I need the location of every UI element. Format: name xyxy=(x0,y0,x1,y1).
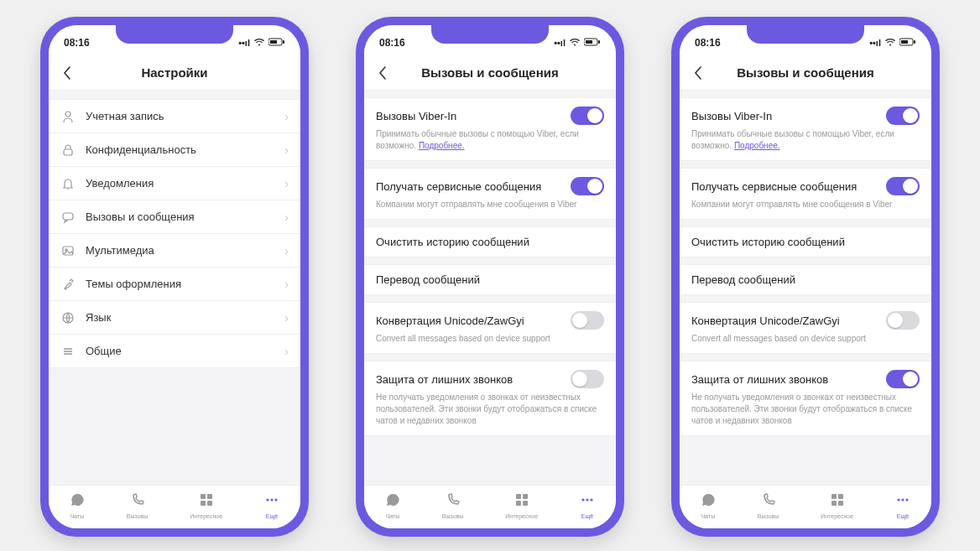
tab-calls[interactable]: Вызовы xyxy=(758,492,779,519)
tab-discover[interactable]: Интересное xyxy=(505,492,538,519)
svg-rect-2 xyxy=(270,40,277,44)
settings-row-image[interactable]: Мультимедиа › xyxy=(49,234,300,268)
service-msgs-desc: Компании могут отправлять мне сообщения … xyxy=(376,199,604,211)
settings-row-label: Конфиденциальность xyxy=(86,143,274,156)
tab-label: Чаты xyxy=(701,513,716,519)
settings-row-globe[interactable]: Язык › xyxy=(49,301,300,335)
calls-icon xyxy=(130,492,145,512)
zawgyi-desc: Convert all messages based on device sup… xyxy=(376,333,604,345)
page-title: Настройки xyxy=(49,65,300,80)
wifi-icon xyxy=(569,38,581,48)
settings-row-chat[interactable]: Вызовы и сообщения › xyxy=(49,200,300,234)
viber-in-toggle[interactable] xyxy=(571,107,604,125)
protect-calls-label: Защита от лишних звонков xyxy=(376,373,513,386)
settings-row-label: Мультимедиа xyxy=(86,244,274,257)
tab-label: Вызовы xyxy=(758,513,779,519)
discover-icon xyxy=(830,492,845,512)
phone-frame-2: 08:16 ••ıl Вызовы и сообщения Вызовы Vib… xyxy=(356,17,624,537)
notch xyxy=(116,25,233,44)
svg-point-13 xyxy=(266,498,268,501)
settings-row-label: Общие xyxy=(86,345,274,357)
back-button[interactable] xyxy=(688,63,708,83)
viber-in-more-link[interactable]: Подробнее. xyxy=(734,141,780,150)
viber-in-desc: Принимать обычные вызовы с помощью Viber… xyxy=(376,128,604,152)
zawgyi-label: Конвертация Unicode/ZawGyi xyxy=(691,314,840,327)
service-msgs-toggle[interactable] xyxy=(571,177,604,195)
protect-calls-toggle[interactable] xyxy=(571,370,604,388)
svg-rect-18 xyxy=(586,40,592,44)
nav-header: Вызовы и сообщения xyxy=(680,55,931,91)
tab-more[interactable]: Ещё xyxy=(264,492,279,519)
settings-row-label: Темы оформления xyxy=(86,278,274,290)
svg-rect-27 xyxy=(914,40,915,44)
viber-in-section: Вызовы Viber-In Принимать обычные вызовы… xyxy=(364,97,616,161)
notch xyxy=(747,25,864,44)
calls-icon xyxy=(761,492,776,512)
svg-rect-12 xyxy=(207,501,212,506)
settings-row-menu[interactable]: Общие › xyxy=(49,335,300,368)
zawgyi-toggle[interactable] xyxy=(571,311,604,330)
zawgyi-toggle[interactable] xyxy=(886,311,920,330)
zawgyi-desc: Convert all messages based on device sup… xyxy=(691,333,920,345)
svg-rect-17 xyxy=(598,40,600,44)
svg-rect-21 xyxy=(516,501,521,506)
nav-header: Вызовы и сообщения xyxy=(364,55,616,91)
user-icon xyxy=(60,109,76,124)
chevron-right-icon: › xyxy=(284,211,289,224)
service-msgs-toggle[interactable] xyxy=(886,177,920,195)
svg-rect-31 xyxy=(831,501,837,506)
svg-point-23 xyxy=(581,498,584,501)
settings-row-user[interactable]: Учетная запись › xyxy=(49,100,300,133)
svg-point-14 xyxy=(270,498,273,501)
service-msgs-label: Получать сервисные сообщения xyxy=(691,180,857,193)
tab-label: Интересное xyxy=(505,513,538,519)
chat-icon xyxy=(60,210,76,225)
svg-rect-30 xyxy=(838,494,843,499)
translate-row[interactable]: Перевод сообщений xyxy=(364,264,616,295)
tab-discover[interactable]: Интересное xyxy=(190,492,222,519)
more-icon xyxy=(895,492,910,512)
tab-chats[interactable]: Чаты xyxy=(385,492,400,519)
settings-row-brush[interactable]: Темы оформления › xyxy=(49,268,300,301)
viber-in-more-link[interactable]: Подробнее. xyxy=(419,141,465,150)
svg-point-24 xyxy=(586,498,588,501)
service-msgs-label: Получать сервисные сообщения xyxy=(376,180,541,193)
zawgyi-label: Конвертация Unicode/ZawGyi xyxy=(376,314,524,327)
tab-calls[interactable]: Вызовы xyxy=(127,492,148,519)
chats-icon xyxy=(70,492,85,512)
viber-in-toggle[interactable] xyxy=(886,107,920,125)
more-icon xyxy=(264,492,279,512)
svg-rect-10 xyxy=(207,494,212,499)
tab-label: Ещё xyxy=(897,513,909,519)
translate-row[interactable]: Перевод сообщений xyxy=(680,264,931,295)
phone-frame-1: 08:16 ••ıl Настройки Учетная запись › Ко… xyxy=(40,17,309,537)
signal-icon: ••ıl xyxy=(554,38,566,48)
settings-row-label: Учетная запись xyxy=(86,110,274,122)
clock: 08:16 xyxy=(379,37,405,49)
svg-rect-9 xyxy=(201,494,206,499)
tab-discover[interactable]: Интересное xyxy=(821,492,853,519)
tab-chats[interactable]: Чаты xyxy=(70,492,85,519)
protect-calls-toggle[interactable] xyxy=(886,370,920,388)
protect-calls-section: Защита от лишних звонков Не получать уве… xyxy=(364,361,616,436)
settings-row-lock[interactable]: Конфиденциальность › xyxy=(49,133,300,167)
chats-icon xyxy=(701,492,716,512)
clear-history-row[interactable]: Очистить историю сообщений xyxy=(680,226,931,257)
tab-calls[interactable]: Вызовы xyxy=(442,492,463,519)
svg-point-35 xyxy=(905,498,908,501)
back-button[interactable] xyxy=(373,63,393,83)
tab-more[interactable]: Ещё xyxy=(895,492,910,519)
clear-history-row[interactable]: Очистить историю сообщений xyxy=(364,226,616,257)
chevron-right-icon: › xyxy=(284,177,289,190)
settings-row-bell[interactable]: Уведомления › xyxy=(49,167,300,200)
back-button[interactable] xyxy=(57,63,77,83)
tab-label: Интересное xyxy=(190,513,222,519)
svg-rect-32 xyxy=(838,501,843,506)
tab-more[interactable]: Ещё xyxy=(580,492,595,519)
brush-icon xyxy=(60,277,76,292)
tab-label: Вызовы xyxy=(127,513,148,519)
protect-calls-section: Защита от лишних звонков Не получать уве… xyxy=(680,361,931,436)
more-icon xyxy=(580,492,595,512)
tab-label: Чаты xyxy=(386,513,400,519)
tab-chats[interactable]: Чаты xyxy=(701,492,716,519)
